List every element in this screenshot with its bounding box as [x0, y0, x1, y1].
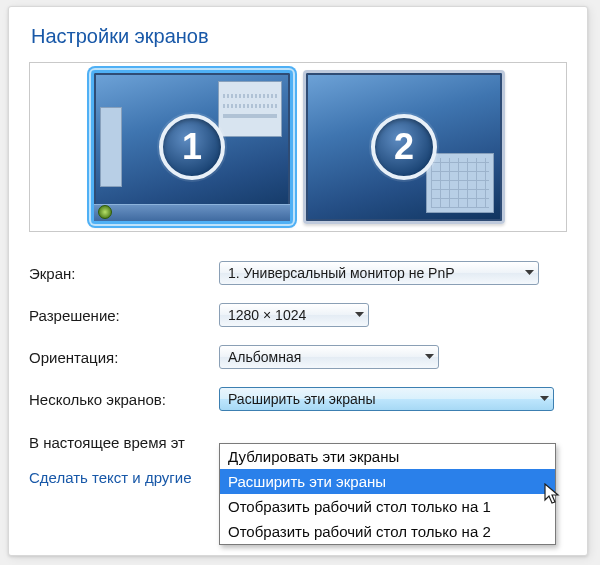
monitor-1[interactable]: 1 [91, 70, 293, 224]
multiple-displays-option[interactable]: Дублировать эти экраны [220, 444, 555, 469]
orientation-select[interactable]: Альбомная [219, 345, 439, 369]
monitor-arrangement-area[interactable]: 1 2 [29, 62, 567, 232]
row-screen: Экран: 1. Универсальный монитор не PnP [29, 252, 567, 294]
monitor-1-taskbar-glyph [94, 204, 290, 221]
monitor-1-window-glyph [218, 81, 282, 137]
dropdown-arrow-icon [540, 396, 549, 402]
row-resolution: Разрешение: 1280 × 1024 [29, 294, 567, 336]
multiple-displays-option[interactable]: Отобразить рабочий стол только на 1 [220, 494, 555, 519]
label-resolution: Разрешение: [29, 307, 219, 324]
monitor-2-number: 2 [371, 114, 437, 180]
label-orientation: Ориентация: [29, 349, 219, 366]
dropdown-arrow-icon [525, 270, 534, 276]
multiple-displays-select[interactable]: Расширить эти экраны [219, 387, 554, 411]
display-settings-panel: Настройки экранов 1 2 Экран: 1. Универса… [8, 6, 588, 556]
row-orientation: Ориентация: Альбомная [29, 336, 567, 378]
monitor-2[interactable]: 2 [303, 70, 505, 224]
multiple-displays-option[interactable]: Расширить эти экраны [220, 469, 555, 494]
multiple-displays-select-value: Расширить эти экраны [228, 391, 376, 407]
screen-select-value: 1. Универсальный монитор не PnP [228, 265, 455, 281]
monitor-1-sidebar-glyph [100, 107, 122, 187]
start-orb-icon [98, 205, 112, 219]
monitor-1-number: 1 [159, 114, 225, 180]
resolution-select[interactable]: 1280 × 1024 [219, 303, 369, 327]
monitor-2-calendar-glyph [426, 153, 494, 213]
text-size-link[interactable]: Сделать текст и другие [29, 469, 192, 486]
multiple-displays-option[interactable]: Отобразить рабочий стол только на 2 [220, 519, 555, 544]
row-multiple-displays: Несколько экранов: Расширить эти экраны [29, 378, 567, 420]
screen-select[interactable]: 1. Универсальный монитор не PnP [219, 261, 539, 285]
label-screen: Экран: [29, 265, 219, 282]
dropdown-arrow-icon [355, 312, 364, 318]
resolution-select-value: 1280 × 1024 [228, 307, 306, 323]
page-title: Настройки экранов [31, 25, 567, 48]
dropdown-arrow-icon [425, 354, 434, 360]
multiple-displays-dropdown-list[interactable]: Дублировать эти экраныРасширить эти экра… [219, 443, 556, 545]
orientation-select-value: Альбомная [228, 349, 301, 365]
label-multiple-displays: Несколько экранов: [29, 391, 219, 408]
